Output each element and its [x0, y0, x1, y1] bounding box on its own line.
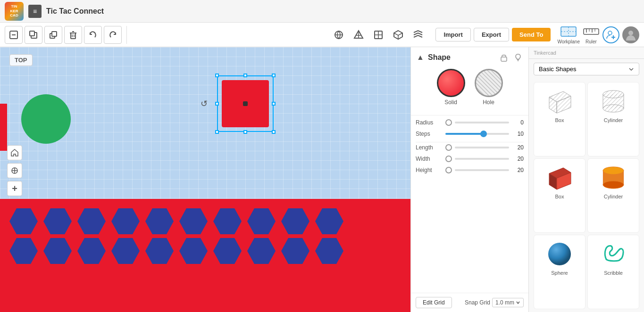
- new-button[interactable]: [5, 26, 23, 44]
- steps-value: 10: [512, 131, 524, 137]
- rotate-handle[interactable]: ↺: [201, 99, 208, 109]
- svg-point-31: [628, 31, 633, 35]
- height-dot[interactable]: [445, 167, 452, 173]
- snap-grid: Snap Grid 1.0 mm: [465, 298, 524, 307]
- width-label: Width: [416, 156, 442, 162]
- box-grey-tile[interactable]: Box: [534, 82, 585, 156]
- handle-mr[interactable]: [272, 102, 276, 106]
- workplane-label: Workplane: [557, 39, 580, 44]
- radius-dot[interactable]: [445, 119, 452, 126]
- ruler-icon-area[interactable]: Ruler: [583, 25, 600, 44]
- home-view-button[interactable]: [7, 145, 22, 160]
- view-btn-5[interactable]: [409, 26, 427, 44]
- delete-button[interactable]: [64, 26, 82, 44]
- cylinder-orange-tile[interactable]: Cylinder: [587, 158, 639, 233]
- edit-grid-button[interactable]: Edit Grid: [416, 297, 452, 308]
- lightbulb-icon[interactable]: [512, 52, 524, 63]
- steps-thumb[interactable]: [480, 131, 487, 137]
- svg-point-52: [603, 167, 624, 174]
- zoom-in-button[interactable]: +: [7, 181, 22, 196]
- handle-bm[interactable]: [243, 130, 247, 134]
- shape-center: [243, 101, 248, 106]
- width-track: [455, 158, 509, 160]
- view-label: TOP: [9, 54, 33, 66]
- shape-properties: Radius 0 Steps 10: [411, 115, 528, 182]
- hole-label: Hole: [483, 99, 494, 106]
- solid-type[interactable]: Solid: [437, 69, 465, 106]
- export-button[interactable]: Export: [474, 28, 509, 41]
- hex-row-2: [9, 238, 401, 264]
- selected-shape[interactable]: ↺: [217, 75, 274, 132]
- hex-5: [145, 208, 174, 234]
- subcategory-label: Basic Shapes: [539, 66, 577, 73]
- handle-ml[interactable]: [215, 102, 219, 106]
- hex-3: [77, 208, 106, 234]
- steps-row: Steps 10: [416, 131, 524, 137]
- view-btn-1[interactable]: [330, 26, 348, 44]
- handle-tl[interactable]: [215, 74, 219, 77]
- radius-track: [455, 122, 509, 123]
- view-controls: [330, 26, 427, 44]
- shape-types: Solid Hole: [416, 69, 524, 106]
- hole-type[interactable]: Hole: [475, 69, 503, 106]
- sphere-blue-image: [543, 240, 576, 268]
- green-circle-shape[interactable]: [21, 94, 71, 144]
- svg-point-28: [608, 31, 612, 35]
- add-user-button[interactable]: [602, 26, 619, 43]
- length-dot[interactable]: [445, 144, 452, 151]
- cylinder-grey-tile[interactable]: Cylinder: [587, 82, 639, 156]
- user-avatar[interactable]: [622, 26, 639, 43]
- width-dot[interactable]: [445, 156, 452, 162]
- workplane-icon-area[interactable]: Workplane: [557, 25, 580, 44]
- collapse-arrow[interactable]: ▲: [416, 53, 425, 62]
- send-button[interactable]: Send To: [512, 28, 551, 41]
- redo-button[interactable]: [104, 26, 122, 44]
- dropdown-arrow-icon: [628, 66, 634, 72]
- fit-view-button[interactable]: [7, 163, 22, 178]
- svg-rect-6: [71, 33, 75, 39]
- shape-panel-header: ▲ Shape: [416, 52, 524, 63]
- snap-value[interactable]: 1.0 mm: [492, 298, 524, 307]
- canvas[interactable]: TOP + −: [0, 47, 410, 312]
- width-value: 20: [512, 156, 524, 162]
- lock-icon[interactable]: [498, 52, 510, 63]
- ruler-label: Ruler: [585, 39, 597, 44]
- view-btn-3[interactable]: [369, 26, 387, 44]
- logo[interactable]: TINKERCAD: [5, 2, 24, 21]
- menu-button[interactable]: ≡: [28, 5, 42, 18]
- height-track: [455, 169, 509, 171]
- radius-value: 0: [512, 119, 524, 126]
- handle-bl[interactable]: [215, 130, 219, 134]
- handle-tm[interactable]: [243, 74, 247, 77]
- scribble-tile[interactable]: Scribble: [587, 235, 639, 309]
- shape-panel: › ▲ Shape: [410, 47, 528, 312]
- import-button[interactable]: Import: [435, 28, 470, 41]
- cylinder-grey-image: [597, 87, 630, 115]
- box-red-tile[interactable]: Box: [534, 158, 585, 233]
- steps-track[interactable]: [445, 133, 509, 135]
- handle-br[interactable]: [272, 130, 276, 134]
- handle-tr[interactable]: [272, 74, 276, 77]
- steps-control: 10: [445, 131, 524, 137]
- shapes-grid: Box: [529, 79, 644, 312]
- red-left-bar: [0, 104, 7, 151]
- box-grey-label: Box: [555, 117, 564, 123]
- solid-icon: [437, 69, 465, 97]
- hole-icon: [475, 69, 503, 97]
- collapse-handle[interactable]: ›: [410, 170, 411, 189]
- sphere-blue-tile[interactable]: Sphere: [534, 235, 585, 309]
- view-btn-2[interactable]: [350, 26, 368, 44]
- hex-18: [247, 238, 276, 264]
- app-title: Tic Tac Connect: [46, 7, 635, 16]
- main-area: TOP + −: [0, 47, 644, 312]
- undo-button[interactable]: [84, 26, 102, 44]
- subcategory-dropdown[interactable]: Basic Shapes: [534, 63, 639, 75]
- height-row: Height 20: [416, 167, 524, 173]
- box-grey-image: [543, 87, 576, 115]
- copy-button[interactable]: [25, 26, 42, 44]
- svg-point-56: [548, 243, 571, 265]
- radius-row: Radius 0: [416, 119, 524, 126]
- duplicate-button[interactable]: [44, 26, 62, 44]
- snap-grid-label: Snap Grid: [465, 299, 490, 306]
- view-btn-4[interactable]: [389, 26, 407, 44]
